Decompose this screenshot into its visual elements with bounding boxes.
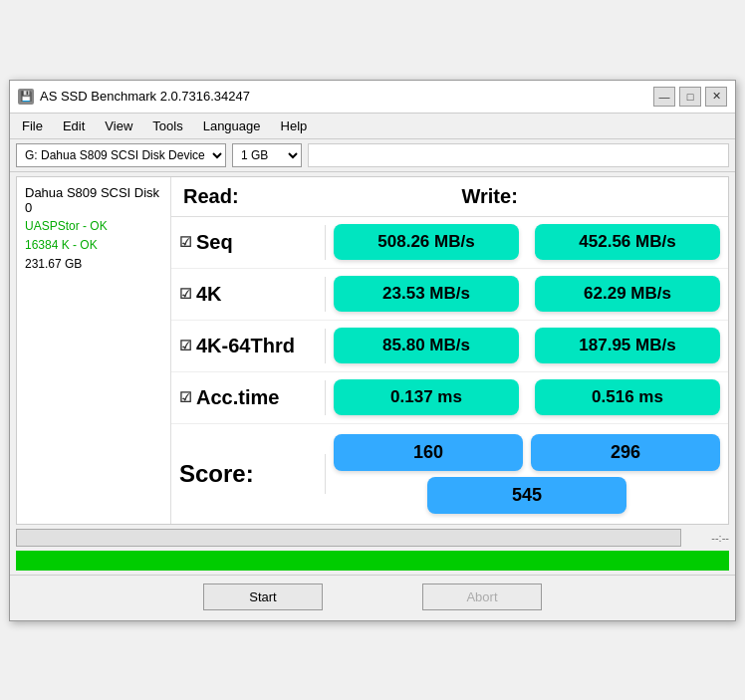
seq-row: ☑ Seq 508.26 MB/s 452.56 MB/s (171, 217, 728, 269)
4k-values: 23.53 MB/s 62.29 MB/s (326, 270, 728, 318)
4k-write-value: 62.29 MB/s (535, 276, 720, 312)
size-select[interactable]: 1 GB (232, 143, 302, 167)
acctime-values: 0.137 ms 0.516 ms (326, 373, 728, 421)
app-icon: 💾 (18, 89, 34, 105)
score-total: 545 (427, 477, 626, 514)
green-status-bar (16, 551, 729, 571)
title-bar: 💾 AS SSD Benchmark 2.0.7316.34247 — □ ✕ (10, 81, 735, 114)
seq-read-value: 508.26 MB/s (334, 224, 519, 260)
acctime-write-value: 0.516 ms (535, 379, 720, 415)
4k-read-cell: 23.53 MB/s (326, 270, 527, 318)
acctime-read-cell: 0.137 ms (326, 373, 527, 421)
app-window: 💾 AS SSD Benchmark 2.0.7316.34247 — □ ✕ … (9, 80, 736, 621)
acctime-write-cell: 0.516 ms (527, 373, 728, 421)
seq-values: 508.26 MB/s 452.56 MB/s (326, 218, 728, 266)
menu-help[interactable]: Help (273, 116, 316, 136)
4k-read-value: 23.53 MB/s (334, 276, 519, 312)
disk-size: 231.67 GB (25, 257, 162, 271)
window-title: AS SSD Benchmark 2.0.7316.34247 (40, 89, 250, 104)
seq-write-value: 452.56 MB/s (535, 224, 720, 260)
4k64-read-cell: 85.80 MB/s (326, 322, 527, 369)
close-button[interactable]: ✕ (705, 87, 727, 107)
4k-label: ☑ 4K (171, 277, 326, 312)
main-area: Dahua S809 SCSI Disk 0 UASPStor - OK 163… (16, 176, 729, 525)
menu-view[interactable]: View (97, 116, 140, 136)
menu-tools[interactable]: Tools (144, 116, 190, 136)
result-display (308, 143, 729, 167)
write-header: Write: (450, 177, 729, 216)
4k64-read-value: 85.80 MB/s (334, 328, 519, 363)
seq-checkbox[interactable]: ☑ (179, 234, 192, 250)
acctime-row: ☑ Acc.time 0.137 ms 0.516 ms (171, 372, 728, 424)
window-controls: — □ ✕ (653, 87, 727, 107)
benchmark-headers: Read: Write: (171, 177, 728, 217)
benchmark-panel: Read: Write: ☑ Seq 508.26 MB/s 452.56 MB… (171, 177, 728, 524)
abort-button[interactable]: Abort (422, 583, 542, 610)
acctime-read-value: 0.137 ms (334, 379, 519, 415)
minimize-button[interactable]: — (653, 87, 675, 107)
score-row: Score: 160 296 545 (171, 424, 728, 524)
read-header: Read: (171, 177, 450, 216)
4k64-write-value: 187.95 MB/s (535, 328, 720, 363)
4k64-label: ☑ 4K-64Thrd (171, 329, 326, 363)
toolbar: G: Dahua S809 SCSI Disk Device 1 GB (10, 139, 735, 172)
disk-status: UASPStor - OK 16384 K - OK (25, 217, 162, 255)
progress-bar-container (16, 529, 681, 547)
menu-edit[interactable]: Edit (55, 116, 93, 136)
score-write: 296 (531, 434, 720, 471)
acctime-label: ☑ Acc.time (171, 380, 326, 415)
seq-label: ☑ Seq (171, 225, 326, 260)
seq-write-cell: 452.56 MB/s (527, 218, 728, 266)
4k64-write-cell: 187.95 MB/s (527, 322, 728, 369)
seq-read-cell: 508.26 MB/s (326, 218, 527, 266)
disk-info-panel: Dahua S809 SCSI Disk 0 UASPStor - OK 163… (17, 177, 171, 524)
4k-write-cell: 62.29 MB/s (527, 270, 728, 318)
score-read: 160 (334, 434, 523, 471)
progress-area: --:-- (16, 529, 729, 547)
maximize-button[interactable]: □ (679, 87, 701, 107)
disk-name: Dahua S809 SCSI Disk 0 (25, 185, 162, 215)
drive-select[interactable]: G: Dahua S809 SCSI Disk Device (16, 143, 226, 167)
4k64-values: 85.80 MB/s 187.95 MB/s (326, 322, 728, 369)
menu-language[interactable]: Language (195, 116, 269, 136)
menu-file[interactable]: File (14, 116, 51, 136)
4k64-checkbox[interactable]: ☑ (179, 338, 192, 353)
4k-checkbox[interactable]: ☑ (179, 286, 192, 302)
menu-bar: File Edit View Tools Language Help (10, 114, 735, 139)
start-button[interactable]: Start (203, 583, 323, 610)
bottom-buttons: Start Abort (10, 575, 735, 620)
progress-text: --:-- (689, 532, 729, 544)
score-top: 160 296 (334, 434, 720, 471)
title-bar-left: 💾 AS SSD Benchmark 2.0.7316.34247 (18, 89, 250, 105)
score-values: 160 296 545 (326, 426, 728, 522)
acctime-checkbox[interactable]: ☑ (179, 389, 192, 405)
4k64-row: ☑ 4K-64Thrd 85.80 MB/s 187.95 MB/s (171, 321, 728, 372)
4k-row: ☑ 4K 23.53 MB/s 62.29 MB/s (171, 269, 728, 321)
score-label: Score: (171, 454, 326, 494)
